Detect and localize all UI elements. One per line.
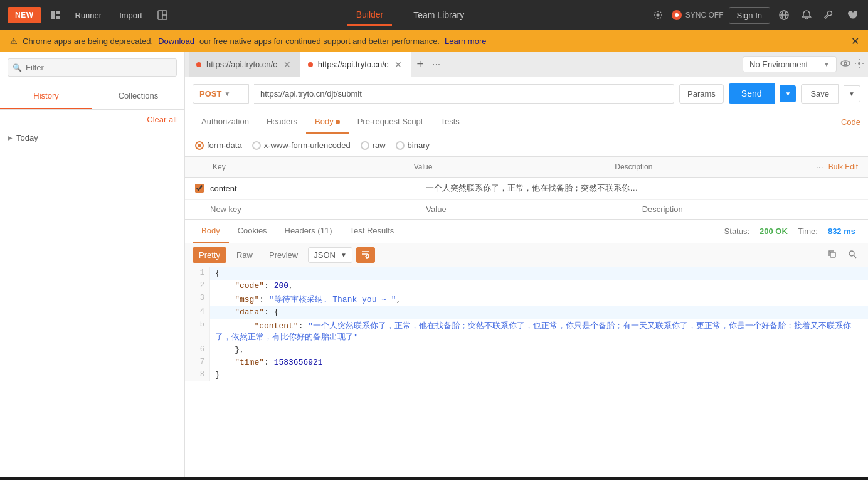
resp-tab-cookies[interactable]: Cookies	[229, 220, 276, 243]
heart-icon-button[interactable]	[843, 6, 860, 24]
filter-input[interactable]	[8, 58, 177, 77]
env-dropdown[interactable]: No Environment ▼	[743, 56, 837, 72]
tab-close-1[interactable]: ✕	[282, 60, 292, 70]
pretty-button[interactable]: Pretty	[193, 247, 226, 263]
resp-tab-headers[interactable]: Headers (11)	[276, 220, 341, 243]
table-row: content 一个人突然联系你了，正常，他在找备胎；突然不联系你了...	[185, 178, 868, 200]
format-select[interactable]: JSON ▼	[308, 247, 352, 263]
tab-authorization[interactable]: Authorization	[193, 110, 258, 134]
kv-new-row	[185, 200, 868, 219]
radio-circle-form-data	[195, 141, 204, 150]
svg-point-15	[849, 251, 854, 256]
radio-binary[interactable]: binary	[396, 141, 430, 150]
kv-more-button[interactable]: ···	[816, 162, 823, 172]
tool-icon-button[interactable]	[820, 6, 838, 24]
warning-text1: Chrome apps are being deprecated.	[23, 36, 153, 46]
filter-wrap: 🔍	[8, 58, 177, 77]
row-key-0: content	[210, 184, 426, 193]
tab-dot-2	[308, 62, 313, 67]
tab-body[interactable]: Body	[306, 110, 349, 134]
tab-headers[interactable]: Headers	[258, 110, 306, 134]
wrap-button[interactable]	[356, 247, 375, 263]
resp-tab-test-results[interactable]: Test Results	[341, 220, 403, 243]
builder-tab[interactable]: Builder	[347, 4, 393, 26]
tab-label-2: https://api.tryto.cn/c	[318, 60, 389, 69]
warning-close-button[interactable]: ✕	[851, 35, 859, 47]
sidebar-tabs: History Collections	[0, 83, 184, 110]
main-content: https://api.tryto.cn/c ✕ https://api.try…	[185, 52, 868, 477]
new-value-input[interactable]	[426, 205, 642, 214]
team-library-tab[interactable]: Team Library	[405, 4, 473, 26]
new-layout-button[interactable]	[154, 6, 171, 24]
response-tabs-bar: Body Cookies Headers (11) Test Results S…	[185, 220, 868, 243]
tab-more-button[interactable]: ···	[428, 59, 444, 70]
tab-add-button[interactable]: +	[411, 58, 428, 71]
send-button[interactable]: Send	[729, 83, 775, 104]
send-dropdown-button[interactable]: ▼	[780, 85, 797, 102]
warning-download-link[interactable]: Download	[158, 36, 194, 46]
save-dropdown-button[interactable]: ▼	[844, 85, 860, 102]
raw-button[interactable]: Raw	[230, 247, 259, 263]
top-nav: NEW Runner Import Builder Team Library S…	[0, 0, 868, 30]
sync-button[interactable]: SYNC OFF	[672, 10, 724, 20]
preview-button[interactable]: Preview	[263, 247, 304, 263]
copy-button[interactable]	[824, 247, 840, 263]
row-value-0: 一个人突然联系你了，正常，他在找备胎；突然不联系你了...	[426, 183, 642, 194]
tab-tests[interactable]: Tests	[431, 110, 468, 134]
runner-button[interactable]: Runner	[69, 7, 109, 24]
globe-icon-button[interactable]	[775, 6, 793, 24]
history-tab[interactable]: History	[0, 83, 92, 109]
radio-circle-raw	[361, 141, 369, 150]
layout-icon-button[interactable]	[46, 6, 64, 24]
new-button[interactable]: NEW	[8, 7, 41, 23]
kv-key-header: Key	[210, 163, 414, 171]
radio-raw[interactable]: raw	[361, 141, 386, 150]
clear-all-button[interactable]: Clear all	[147, 115, 177, 124]
env-settings-button[interactable]	[854, 58, 864, 70]
params-button[interactable]: Params	[679, 84, 724, 104]
tab-item-2[interactable]: https://api.tryto.cn/c ✕	[300, 52, 412, 77]
kv-header: Key Value Description ··· Bulk Edit	[185, 157, 868, 178]
warning-icon: ⚠	[10, 36, 18, 46]
new-key-input[interactable]	[210, 205, 426, 214]
nav-center: Builder Team Library	[176, 4, 644, 26]
method-select[interactable]: POST ▼	[193, 84, 249, 104]
env-chevron: ▼	[823, 61, 830, 68]
tabs-bar: https://api.tryto.cn/c ✕ https://api.try…	[185, 52, 868, 77]
save-button[interactable]: Save	[801, 84, 839, 104]
svg-rect-2	[56, 16, 60, 19]
warning-learn-more-link[interactable]: Learn more	[445, 36, 486, 46]
row-checkbox-0[interactable]	[195, 184, 204, 193]
settings-icon-button[interactable]	[649, 6, 667, 24]
svg-rect-0	[51, 11, 55, 19]
svg-line-16	[854, 256, 857, 259]
code-button[interactable]: Code	[841, 110, 860, 134]
bell-icon-button[interactable]	[798, 6, 815, 24]
radio-circle-urlencoded	[252, 141, 261, 150]
env-eye-button[interactable]	[840, 58, 850, 70]
today-group-header[interactable]: ▶ Today	[0, 129, 184, 146]
bulk-edit-button[interactable]: Bulk Edit	[828, 163, 858, 171]
nav-right: SYNC OFF Sign In	[649, 6, 860, 24]
body-dot	[336, 120, 340, 124]
radio-form-data[interactable]: form-data	[195, 141, 242, 150]
tab-pre-request[interactable]: Pre-request Script	[349, 110, 432, 134]
import-button[interactable]: Import	[113, 7, 149, 24]
sidebar-actions: Clear all	[0, 110, 184, 129]
format-label: JSON	[314, 250, 336, 260]
new-desc-input[interactable]	[642, 205, 858, 214]
resp-tab-body[interactable]: Body	[193, 220, 229, 243]
sign-in-button[interactable]: Sign In	[729, 7, 770, 24]
url-input[interactable]	[254, 84, 674, 104]
tab-item-1[interactable]: https://api.tryto.cn/c ✕	[189, 52, 300, 77]
code-view: 1 { 2 "code": 200, 3 "msg": "等待审核采纳. Tha…	[185, 267, 868, 477]
code-line-6: 6 },	[185, 344, 868, 356]
status-label: Status:	[724, 227, 749, 236]
radio-urlencoded[interactable]: x-www-form-urlencoded	[252, 141, 351, 150]
tab-close-2[interactable]: ✕	[393, 60, 403, 70]
request-bar: POST ▼ Params Send ▼ Save ▼	[185, 77, 868, 110]
sync-dot	[672, 10, 682, 20]
code-line-8: 8 }	[185, 369, 868, 381]
collections-tab[interactable]: Collections	[92, 83, 184, 109]
search-in-response-button[interactable]	[844, 247, 860, 263]
